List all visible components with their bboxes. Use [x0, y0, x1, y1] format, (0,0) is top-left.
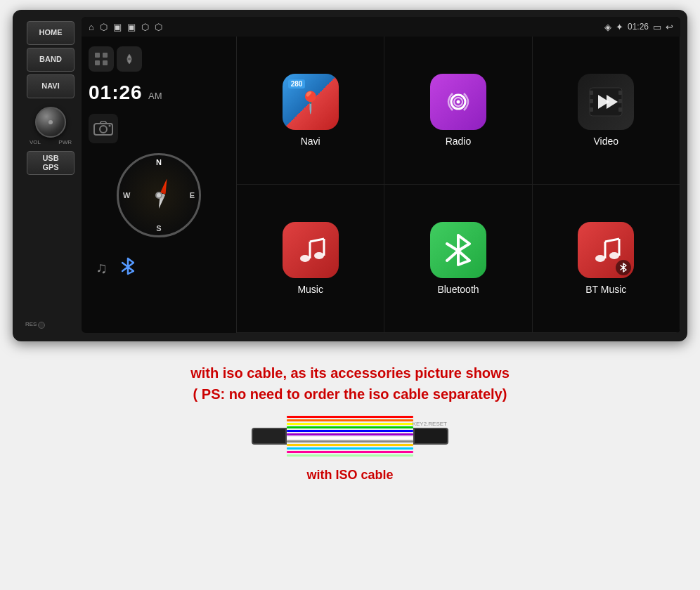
svg-line-29 [605, 239, 619, 242]
battery-icon: ▭ [653, 22, 661, 32]
compass: N S W E [117, 153, 201, 237]
home-status-icon: ⌂ [89, 22, 94, 32]
app-radio[interactable]: Radio [384, 37, 532, 185]
app-video[interactable]: Video [533, 37, 680, 185]
svg-rect-3 [103, 60, 108, 65]
car-radio-unit: MIC HOME BAND NAVI VOL PWR USBGPS RES [13, 10, 687, 341]
sd2-icon: ▣ [127, 22, 136, 32]
small-app-2[interactable] [117, 46, 142, 72]
iso-sub-text: with ISO cable [306, 468, 393, 483]
navi-icon: 280 📍 [283, 74, 339, 130]
info-panel: 01:26 AM [82, 37, 236, 333]
home-button[interactable]: HOME [27, 21, 74, 45]
sd-icon: ▣ [113, 22, 122, 32]
app-radio-label: Radio [446, 136, 472, 147]
navi-pin-icon: 📍 [297, 90, 323, 114]
pwr-label: PWR [58, 139, 72, 145]
cable-label: KEY2.RESET [413, 421, 447, 427]
svg-rect-18 [618, 99, 622, 103]
bluetooth-status-icon: ✦ [616, 22, 623, 32]
band-button[interactable]: BAND [27, 48, 74, 72]
app-bluetooth[interactable]: Bluetooth [384, 185, 532, 333]
svg-point-21 [314, 252, 324, 259]
svg-point-7 [109, 125, 111, 127]
cable-right-connector: KEY2.RESET [413, 428, 448, 445]
cable-wires [287, 416, 413, 457]
app-navi-label: Navi [301, 136, 320, 147]
wire-8 [287, 440, 413, 442]
wire-5 [287, 430, 413, 432]
usb-icon: ⬡ [100, 22, 108, 32]
status-time: 01:26 [628, 22, 649, 32]
svg-rect-17 [618, 91, 622, 95]
usb2-icon: ⬡ [141, 22, 149, 32]
svg-rect-16 [590, 107, 593, 112]
compass-east: E [190, 191, 195, 199]
app-music-label: Music [297, 284, 323, 295]
bottom-icons: ♫ [89, 247, 229, 289]
small-app-1[interactable] [89, 46, 114, 72]
screen-content: 01:26 AM [82, 37, 680, 333]
status-left: ⌂ ⬡ ▣ ▣ ⬡ ⬡ [89, 22, 162, 32]
wire-6 [287, 433, 413, 435]
cable-left-connector [252, 428, 287, 445]
svg-point-20 [300, 255, 310, 262]
svg-rect-15 [590, 99, 593, 103]
back-icon[interactable]: ↩ [666, 22, 673, 32]
compass-ring: N S W E [117, 153, 201, 237]
unit-body: HOME BAND NAVI VOL PWR USBGPS RES ⌂ ⬡ [20, 17, 680, 333]
compass-center [155, 192, 162, 199]
app-bt-music-label: BT Music [585, 284, 626, 295]
wire-3 [287, 423, 413, 425]
camera-icon-btn[interactable] [89, 114, 118, 143]
status-bar: ⌂ ⬡ ▣ ▣ ⬡ ⬡ ◈ ✦ 01:26 ▭ ↩ [82, 17, 680, 37]
status-right: ◈ ✦ 01:26 ▭ ↩ [604, 22, 673, 32]
cable-visual: KEY2.RESET [252, 416, 448, 457]
usb3-icon: ⬡ [155, 22, 162, 32]
volume-knob[interactable] [35, 107, 66, 138]
svg-rect-0 [95, 53, 100, 58]
vol-label: VOL [30, 139, 41, 145]
svg-rect-2 [95, 60, 100, 65]
svg-point-6 [100, 126, 107, 133]
wire-9 [287, 444, 413, 446]
bluetooth-icon[interactable] [122, 257, 134, 279]
res-label: RES [25, 321, 37, 327]
compass-north: N [156, 158, 162, 166]
music-note-icon[interactable]: ♫ [96, 259, 108, 277]
svg-rect-14 [590, 91, 593, 95]
wire-10 [287, 447, 413, 450]
clock-ampm: AM [148, 91, 162, 101]
svg-point-10 [456, 100, 460, 104]
navi-button[interactable]: NAVI [27, 74, 74, 98]
compass-south: S [156, 224, 161, 232]
svg-rect-1 [103, 53, 108, 58]
left-panel: HOME BAND NAVI VOL PWR USBGPS RES [20, 17, 82, 333]
app-bt-music[interactable]: BT Music [533, 185, 680, 333]
svg-rect-19 [618, 107, 622, 112]
bt-music-icon [578, 222, 634, 278]
app-navi[interactable]: 280 📍 Navi [237, 37, 384, 185]
usb-gps-button[interactable]: USBGPS [27, 151, 74, 175]
svg-line-24 [310, 239, 324, 242]
music-icon [283, 222, 339, 278]
app-music[interactable]: Music [237, 185, 384, 333]
svg-point-4 [128, 58, 131, 60]
wire-7 [287, 437, 413, 439]
bottom-section: with iso cable, as its accessories pictu… [13, 362, 687, 483]
bluetooth-app-icon [430, 222, 486, 278]
app-video-label: Video [594, 136, 619, 147]
clock-block: 01:26 AM [89, 81, 229, 104]
navi-badge: 280 [288, 79, 306, 88]
vol-pwr-labels: VOL PWR [30, 139, 72, 145]
screen: ⌂ ⬡ ▣ ▣ ⬡ ⬡ ◈ ✦ 01:26 ▭ ↩ [82, 17, 680, 333]
compass-west: W [123, 191, 130, 199]
wire-4 [287, 426, 413, 428]
res-dot[interactable] [38, 322, 45, 329]
small-app-grid [89, 46, 229, 72]
location-icon: ◈ [604, 22, 611, 32]
svg-point-26 [609, 252, 619, 259]
wire-1 [287, 416, 413, 418]
iso-main-text: with iso cable, as its accessories pictu… [190, 362, 510, 405]
svg-point-25 [595, 255, 605, 262]
